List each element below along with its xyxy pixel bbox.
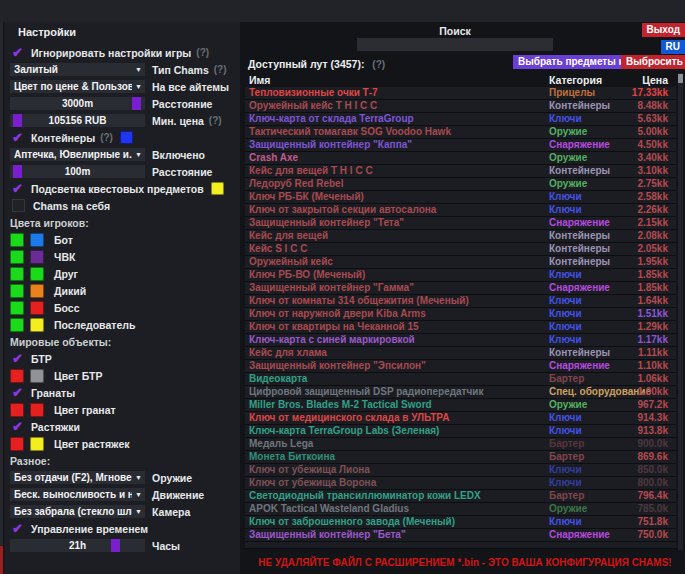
table-row[interactable]: Кейс для хламаКонтейнеры1.11kk <box>245 347 676 360</box>
table-row[interactable]: Цифровой защищенный DSP радиопередатчикС… <box>245 386 676 399</box>
left-scrollbar[interactable] <box>0 22 3 574</box>
table-row[interactable]: Ключ от комнаты 314 общежития (Меченый)К… <box>245 295 676 308</box>
checkbox[interactable]: ✔ <box>10 385 25 400</box>
slider[interactable]: 3000m <box>10 97 145 110</box>
dropdown[interactable]: Цвет по цене & Пользователь▼ <box>10 80 145 93</box>
table-scrollbar-thumb[interactable] <box>678 74 683 83</box>
dropdown[interactable]: Залитый▼ <box>10 63 145 76</box>
table-row[interactable]: Монета БиткоинаБартер869.6k <box>245 451 676 464</box>
table-row[interactable]: Тактический томагавк SOG Voodoo HawkОруж… <box>245 126 676 139</box>
table-row[interactable]: Ключ-карта с синей маркировкойКлючи1.17k… <box>245 334 676 347</box>
table-row[interactable]: Miller Bros. Blades M-2 Tactical SwordОр… <box>245 399 676 412</box>
window-topbar <box>0 0 685 22</box>
color-swatch[interactable] <box>10 284 24 298</box>
color-swatch[interactable] <box>30 318 44 332</box>
color-swatch[interactable] <box>120 131 133 144</box>
column-category: Категория <box>549 74 612 86</box>
table-row[interactable]: APOK Tactical Wasteland GladiusОружие785… <box>245 503 676 516</box>
item-price: 5.63kk <box>620 113 676 125</box>
color-swatch[interactable] <box>30 233 44 247</box>
color-swatch[interactable] <box>30 301 44 315</box>
table-row[interactable]: Ключ от убежища ЛионаКлючи850.0k <box>245 464 676 477</box>
table-row[interactable]: Ледоруб Red RebelОружие2.75kk <box>245 178 676 191</box>
table-row[interactable]: Кейс для вещейКонтейнеры2.08kk <box>245 230 676 243</box>
dropdown[interactable]: Беск. выносливость и нет уста:▼ <box>10 488 145 501</box>
checkbox[interactable]: ✔ <box>10 181 25 196</box>
checkbox[interactable]: ✔ <box>10 130 25 145</box>
left-scrollbar-thumb[interactable] <box>0 546 3 574</box>
color-swatch[interactable] <box>10 250 24 264</box>
color-swatch[interactable] <box>30 250 44 264</box>
color-swatch[interactable] <box>10 369 24 383</box>
table-row[interactable]: Кейс для вещей T H I C CКонтейнеры3.10kk <box>245 165 676 178</box>
checkbox[interactable]: ✔ <box>10 521 25 536</box>
setting-row-header: Цвета игроков: <box>4 214 240 231</box>
color-swatch[interactable] <box>10 437 24 451</box>
table-row[interactable]: Защищенный контейнер "Бета"Снаряжение750… <box>245 529 676 542</box>
color-swatch[interactable] <box>10 233 24 247</box>
setting-label: Камера <box>152 506 190 518</box>
slider-handle[interactable] <box>132 97 141 110</box>
setting-row-header: Мировые объекты: <box>4 333 240 350</box>
table-row[interactable]: Защищенный контейнер "Тета"Снаряжение2.1… <box>245 217 676 230</box>
table-row[interactable]: Светодиодный трансиллюминатор кожи LEDXБ… <box>245 490 676 503</box>
slider-handle[interactable] <box>111 539 120 552</box>
item-category: Ключи <box>549 425 612 437</box>
color-swatch[interactable] <box>10 318 24 332</box>
slider[interactable]: 21h <box>10 539 145 552</box>
color-swatch[interactable] <box>10 403 24 417</box>
table-row[interactable]: Ключ от убежища ВоронаКлючи800.0k <box>245 477 676 490</box>
checkbox[interactable]: ✔ <box>10 45 25 60</box>
checkbox[interactable]: ✔ <box>10 419 25 434</box>
color-swatch[interactable] <box>30 369 44 383</box>
dropdown[interactable]: Аптечка, Ювелирные и...▼ <box>10 148 145 161</box>
language-button[interactable]: RU <box>661 40 685 54</box>
table-row[interactable]: Ключ от заброшенного завода (Меченый)Клю… <box>245 516 676 529</box>
checkbox[interactable] <box>12 199 25 212</box>
color-swatch[interactable] <box>30 267 44 281</box>
dropdown-value: Без забрала (стекло шлема) <box>10 506 132 517</box>
available-loot-header: Доступный лут (3457): (?) <box>248 58 385 70</box>
table-row[interactable]: Ключ РБ-БК (Меченый)Ключи2.58kk <box>245 191 676 204</box>
slider-handle[interactable] <box>13 165 22 178</box>
exit-button[interactable]: Выход <box>642 23 685 37</box>
table-row[interactable]: Crash AxeОружие3.40kk <box>245 152 676 165</box>
table-row[interactable]: Ключ от медицинского склада в УЛЬТРАКлюч… <box>245 412 676 425</box>
table-row[interactable]: Ключ РБ-ВО (Меченый)Ключи1.85kk <box>245 269 676 282</box>
table-row[interactable]: Ключ-карта TerraGroup Labs (Зеленая)Ключ… <box>245 425 676 438</box>
table-row[interactable]: Защищенный контейнер "Каппа"Снаряжение4.… <box>245 139 676 152</box>
table-row[interactable]: Медаль LegaБартер900.0k <box>245 438 676 451</box>
checkbox[interactable]: ✔ <box>10 351 25 366</box>
dropdown[interactable]: Без забрала (стекло шлема)▼ <box>10 505 145 518</box>
table-row[interactable]: Тепловизионные очки Т-7Прицелы17.33kk <box>245 87 676 100</box>
slider[interactable]: 105156 RUB <box>10 114 145 127</box>
color-swatch[interactable] <box>10 301 24 315</box>
table-row-partial[interactable] <box>245 542 676 549</box>
dropdown[interactable]: Без отдачи (F2), Мгновенное п▼ <box>10 471 145 484</box>
table-row[interactable]: Оружейный кейсКонтейнеры1.95kk <box>245 256 676 269</box>
table-row[interactable]: Ключ от закрытой секции автосалонаКлючи2… <box>245 204 676 217</box>
setting-row-slider: 3000mРасстояние <box>4 95 240 112</box>
slider[interactable]: 100m <box>10 165 145 178</box>
item-name: Ключ от заброшенного завода (Меченый) <box>245 516 549 528</box>
table-row[interactable]: Ключ-карта от склада TerraGroupКлючи5.63… <box>245 113 676 126</box>
color-swatch[interactable] <box>30 437 44 451</box>
table-row[interactable]: Оружейный кейс T H I C CКонтейнеры8.48kk <box>245 100 676 113</box>
table-row[interactable]: ВидеокартаБартер1.06kk <box>245 373 676 386</box>
table-row[interactable]: Защищенный контейнер "Гамма"Снаряжение1.… <box>245 282 676 295</box>
table-row[interactable]: Ключ от квартиры на Чеканной 15Ключи1.29… <box>245 321 676 334</box>
item-category: Контейнеры <box>549 347 612 359</box>
table-row[interactable]: Защищенный контейнер "Эпсилон"Снаряжение… <box>245 360 676 373</box>
table-row[interactable]: Кейс S I C CКонтейнеры2.05kk <box>245 243 676 256</box>
slider-handle[interactable] <box>13 114 22 127</box>
table-scrollbar[interactable] <box>678 73 683 550</box>
color-swatch[interactable] <box>10 267 24 281</box>
color-swatch[interactable] <box>30 403 44 417</box>
section-header: Мировые объекты: <box>10 336 111 348</box>
search-input[interactable] <box>357 38 553 51</box>
table-row[interactable]: Ключ от наружной двери Kiba ArmsКлючи1.5… <box>245 308 676 321</box>
color-swatch[interactable] <box>211 182 224 195</box>
color-swatch[interactable] <box>30 284 44 298</box>
drop-all-button[interactable]: Выбросить все <box>621 55 685 69</box>
setting-row-check: ✔Подсветка квестовых предметов <box>4 180 240 197</box>
